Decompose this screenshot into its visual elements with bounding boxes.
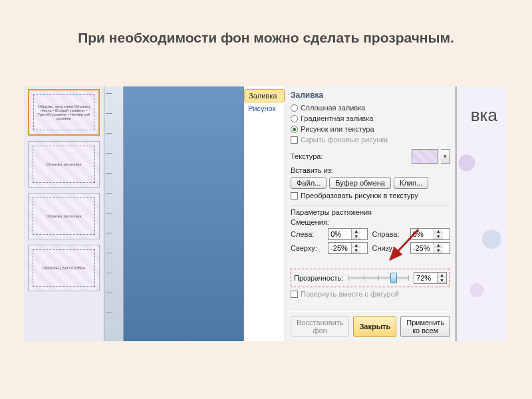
- stretch-group-label: Параметры растяжения: [291, 208, 450, 216]
- transparency-row: Прозрачность: ▲▼: [291, 269, 450, 287]
- radio-gradient-fill[interactable]: Градиентная заливка: [291, 114, 450, 122]
- texture-swatch[interactable]: [412, 149, 438, 164]
- format-background-dialog: Заливка Рисунок Заливка Сплошная заливка…: [243, 86, 456, 341]
- tile-checkbox-row[interactable]: Преобразовать рисунок в текстуру: [291, 192, 450, 200]
- slider-thumb[interactable]: [390, 273, 397, 283]
- offset-left-spinner[interactable]: ▲▼: [328, 228, 368, 240]
- offset-bottom-label: Снизу:: [372, 244, 406, 252]
- spinner-arrows[interactable]: ▲▼: [434, 229, 443, 239]
- reset-bg-button[interactable]: Восстановить фон: [291, 316, 349, 337]
- radio-solid-fill[interactable]: Сплошная заливка: [291, 104, 450, 112]
- clip-button[interactable]: Клип...: [394, 177, 428, 189]
- offset-bottom-spinner[interactable]: ▲▼: [410, 242, 450, 254]
- slide-thumbnails: Образец заголовка Образец текста • Второ…: [24, 86, 104, 341]
- texture-row: Текстура: ▾: [291, 149, 450, 164]
- nav-picture[interactable]: Рисунок: [244, 102, 285, 114]
- slide-preview: вка: [456, 86, 507, 341]
- radio-label: Сплошная заливка: [301, 104, 365, 112]
- spinner-arrows[interactable]: ▲▼: [351, 229, 360, 239]
- offset-left-input[interactable]: [329, 230, 351, 238]
- rotate-checkbox-row: Повернуть вместе с фигурой: [291, 290, 450, 298]
- dialog-nav: Заливка Рисунок: [244, 86, 285, 341]
- file-button[interactable]: Файл...: [291, 177, 327, 189]
- stretch-group: Параметры растяжения Смещения: Слева: ▲▼…: [291, 205, 450, 254]
- spinner-arrows[interactable]: ▲▼: [434, 243, 443, 253]
- apply-all-button[interactable]: Применить ко всем: [400, 316, 450, 337]
- transparency-slider[interactable]: [348, 277, 408, 279]
- checkbox-icon: [291, 291, 298, 298]
- transparency-input[interactable]: [414, 274, 437, 282]
- slide-thumb-3[interactable]: Образец заголовка: [28, 193, 100, 239]
- slide-title-fragment: вка: [471, 105, 497, 126]
- dialog-body: Заливка Сплошная заливка Градиентная зал…: [285, 86, 456, 341]
- thumb-label: ОБРАЗЕЦ ЗАГОЛОВКА: [33, 249, 95, 287]
- offset-right-input[interactable]: [411, 230, 434, 238]
- offset-top-label: Сверху:: [291, 244, 324, 252]
- spinner-arrows[interactable]: ▲▼: [351, 243, 360, 253]
- slide-thumb-2[interactable]: Образец заголовка: [28, 141, 100, 188]
- nav-fill[interactable]: Заливка: [244, 89, 285, 102]
- screenshot-frame: Образец заголовка Образец текста • Второ…: [24, 86, 507, 341]
- close-button[interactable]: Закрыть: [353, 316, 396, 337]
- slide-canvas[interactable]: [124, 86, 243, 341]
- transparency-spinner[interactable]: ▲▼: [414, 272, 447, 284]
- dialog-title: Заливка: [291, 90, 450, 100]
- checkbox-icon: [291, 136, 298, 144]
- slide-thumb-1[interactable]: Образец заголовка Образец текста • Второ…: [28, 89, 100, 136]
- texture-dropdown-arrow[interactable]: ▾: [441, 149, 450, 164]
- transparency-label: Прозрачность:: [294, 274, 343, 282]
- offset-left-label: Слева:: [291, 230, 324, 238]
- spinner-arrows[interactable]: ▲▼: [437, 273, 446, 283]
- thumb-label: Образец заголовка: [33, 198, 95, 235]
- checkbox-hide-bg[interactable]: Скрыть фоновые рисунки: [291, 136, 450, 144]
- offset-grid: Слева: ▲▼ Справа: ▲▼ Сверху: ▲▼: [291, 228, 450, 254]
- thumb-label: Образец заголовка Образец текста • Второ…: [33, 94, 94, 130]
- clipboard-button[interactable]: Буфер обмена: [329, 177, 391, 189]
- radio-picture-texture[interactable]: Рисунок или текстура: [291, 125, 450, 133]
- radio-icon: [291, 104, 298, 112]
- thumb-label: Образец заголовка: [33, 146, 95, 183]
- radio-label: Градиентная заливка: [301, 114, 373, 122]
- vertical-ruler: [104, 86, 124, 341]
- offset-top-input[interactable]: [329, 244, 351, 252]
- offset-bottom-input[interactable]: [411, 244, 434, 252]
- offset-right-label: Справа:: [372, 230, 406, 238]
- radio-icon: [291, 115, 298, 122]
- tile-checkbox-label: Преобразовать рисунок в текстуру: [301, 192, 418, 200]
- checkbox-icon: [291, 192, 298, 200]
- slide-thumb-4[interactable]: ОБРАЗЕЦ ЗАГОЛОВКА: [28, 245, 100, 291]
- rotate-checkbox-label: Повернуть вместе с фигурой: [301, 290, 399, 298]
- checkbox-label: Скрыть фоновые рисунки: [301, 136, 388, 144]
- page-title: При необходимости фон можно сделать проз…: [0, 30, 532, 46]
- insert-from-label: Вставить из:: [291, 166, 450, 174]
- dialog-footer: Восстановить фон Закрыть Применить ко вс…: [291, 311, 450, 337]
- insert-from-buttons: Файл... Буфер обмена Клип...: [291, 177, 450, 189]
- texture-label: Текстура:: [291, 152, 323, 160]
- offset-top-spinner[interactable]: ▲▼: [328, 242, 368, 254]
- radio-label: Рисунок или текстура: [301, 125, 374, 133]
- offset-right-spinner[interactable]: ▲▼: [410, 228, 450, 240]
- radio-icon: [291, 126, 298, 133]
- offsets-label: Смещения:: [291, 218, 450, 226]
